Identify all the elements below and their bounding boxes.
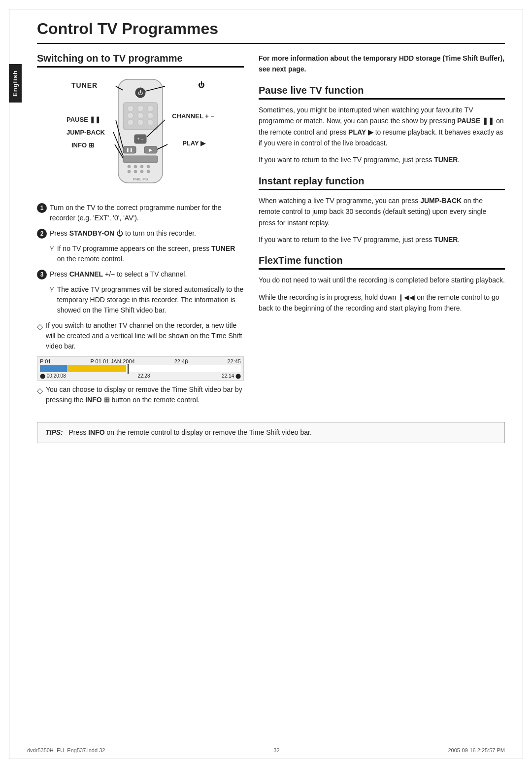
svg-point-25 — [134, 170, 137, 173]
step-3: 3 Press CHANNEL +/− to select a TV chann… — [37, 269, 244, 279]
flextime-para-2: While the recording is in progress, hold… — [259, 292, 505, 314]
bar-label-time1: 22:4β — [174, 358, 188, 364]
flextime-para-1: You do not need to wait until the record… — [259, 275, 505, 285]
svg-text:⏻: ⏻ — [138, 90, 143, 96]
bar-label-time2: 22:45 — [227, 358, 241, 364]
right-column: For more information about the temporary… — [259, 53, 505, 410]
svg-point-23 — [147, 165, 150, 168]
step-num-2: 2 — [37, 229, 47, 239]
svg-point-6 — [147, 105, 153, 111]
tips-text: Press INFO on the remote control to disp… — [65, 428, 312, 436]
label-pause: PAUSE ❚❚ — [66, 116, 100, 123]
substep-3a-content: The active TV programmes will be stored … — [57, 284, 244, 315]
svg-point-9 — [147, 112, 153, 118]
footer-left: dvdr5350H_EU_Eng537.indd 32 — [27, 747, 105, 753]
step-num-1: 1 — [37, 203, 47, 213]
instant-replay-para-2: If you want to return to the live TV pro… — [259, 234, 505, 245]
svg-point-12 — [147, 119, 153, 125]
intro-bold: For more information about the temporary… — [259, 53, 505, 75]
bar-time-right: 22:14 ⬤ — [222, 373, 241, 379]
svg-text:▶: ▶ — [149, 148, 153, 152]
pause-live-para-2: If you want to return to the live TV pro… — [259, 154, 505, 165]
svg-point-20 — [128, 165, 131, 168]
left-section-heading: Switching on to TV programme — [37, 53, 244, 68]
label-power: ⏻ — [198, 81, 204, 89]
instant-replay-para-1: When watching a live TV programme, you c… — [259, 195, 505, 228]
page-number: 32 — [273, 747, 279, 753]
svg-point-26 — [140, 170, 143, 173]
label-play: PLAY ▶ — [182, 140, 205, 147]
bar-yellow — [67, 365, 126, 372]
diamond-step-2: ◇ You can choose to display or remove th… — [37, 384, 244, 405]
svg-text:+  −: + − — [137, 137, 143, 141]
tips-label: TIPS: — [45, 428, 63, 436]
svg-point-5 — [137, 105, 143, 111]
bar-indicator — [128, 364, 129, 374]
svg-point-4 — [128, 105, 133, 111]
diamond-icon-1: ◇ — [37, 321, 43, 333]
svg-point-7 — [128, 112, 133, 118]
diamond-step-2-content: You can choose to display or remove the … — [46, 384, 244, 405]
step-3-content: Press CHANNEL +/− to select a TV channel… — [50, 269, 244, 279]
svg-text:❚❚: ❚❚ — [126, 148, 133, 152]
timeshift-bar-inner — [40, 365, 241, 372]
svg-rect-19 — [123, 156, 158, 163]
step-1-content: Turn on the TV to the correct programme … — [50, 203, 244, 223]
label-channel: CHANNEL + − — [172, 112, 214, 120]
bar-white — [126, 365, 241, 372]
pause-live-heading: Pause live TV function — [259, 85, 505, 100]
step-y-icon-2: Υ — [50, 285, 54, 295]
remote-illustration: ⏻ + − — [37, 75, 244, 194]
footer-right: 2005-09-16 2:25:57 PM — [448, 747, 505, 753]
flextime-heading: FlexTime function — [259, 255, 505, 270]
step-y-icon: Υ — [50, 244, 54, 254]
substep-2a-content: If no TV programme appears on the screen… — [57, 244, 244, 264]
page-title: Control TV Programmes — [37, 20, 505, 38]
bar-label-p01: P 01 — [40, 358, 51, 364]
timeshift-bar-labels: P 01 P 01 01-JAN-2004 22:4β 22:45 — [40, 358, 241, 364]
step-1: 1 Turn on the TV to the correct programm… — [37, 203, 244, 223]
steps-list: 1 Turn on the TV to the correct programm… — [37, 203, 244, 351]
timeshift-bar: P 01 P 01 01-JAN-2004 22:4β 22:45 ⬤ 00:2… — [37, 356, 244, 381]
page-footer: dvdr5350H_EU_Eng537.indd 32 32 2005-09-1… — [27, 747, 505, 753]
bar-time-labels: ⬤ 00:20:08 22:28 22:14 ⬤ — [40, 373, 241, 379]
steps-list-2: ◇ You can choose to display or remove th… — [37, 384, 244, 405]
svg-point-21 — [134, 165, 137, 168]
svg-text:PHILIPS: PHILIPS — [133, 177, 148, 181]
bar-time-left: ⬤ 00:20:08 — [40, 373, 66, 379]
svg-point-11 — [137, 119, 143, 125]
instant-replay-heading: Instant replay function — [259, 175, 505, 190]
label-info: INFO ⊞ — [71, 141, 94, 149]
bar-blue — [40, 365, 67, 372]
diamond-icon-2: ◇ — [37, 385, 43, 397]
title-rule — [37, 43, 505, 44]
bar-time-mid: 22:28 — [137, 373, 150, 379]
svg-point-10 — [128, 119, 133, 125]
substep-2a: Υ If no TV programme appears on the scre… — [37, 244, 244, 264]
tips-box: TIPS: Press INFO on the remote control t… — [37, 422, 505, 443]
left-column: Switching on to TV programme ⏻ — [37, 53, 244, 410]
diamond-step-1: ◇ If you switch to another TV channel on… — [37, 320, 244, 351]
label-jumpback: JUMP-BACK — [66, 129, 105, 136]
svg-point-27 — [147, 170, 150, 173]
svg-point-22 — [140, 165, 143, 168]
step-num-3: 3 — [37, 270, 47, 279]
diamond-step-1-content: If you switch to another TV channel on t… — [46, 320, 244, 351]
svg-point-8 — [137, 112, 143, 118]
step-2-content: Press STANDBY-ON ⏻ to turn on this recor… — [50, 228, 244, 239]
svg-point-24 — [128, 170, 131, 173]
substep-3a: Υ The active TV programmes will be store… — [37, 284, 244, 315]
label-tuner: TUNER — [71, 81, 98, 89]
pause-live-para-1: Sometimes, you might be interrupted when… — [259, 105, 505, 149]
step-2: 2 Press STANDBY-ON ⏻ to turn on this rec… — [37, 228, 244, 239]
